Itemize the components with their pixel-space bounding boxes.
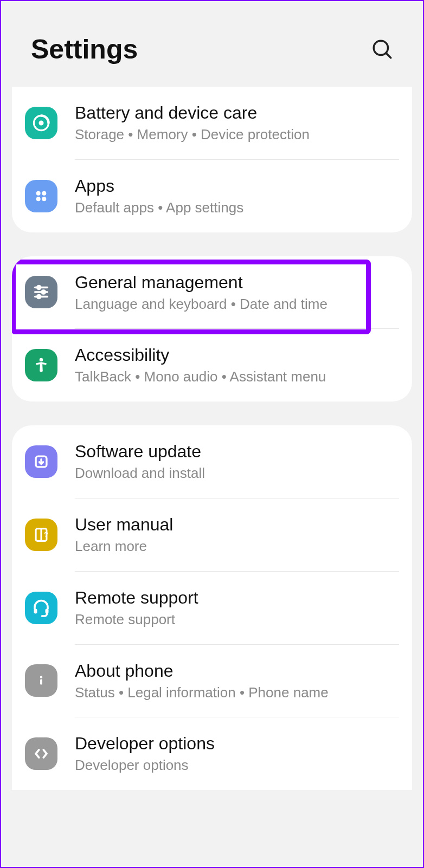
item-text: User manual Learn more bbox=[75, 514, 399, 556]
item-subtitle: Default apps • App settings bbox=[75, 199, 399, 217]
item-text: Accessibility TalkBack • Mono audio • As… bbox=[75, 344, 399, 386]
item-title: Apps bbox=[75, 175, 399, 197]
item-subtitle: Download and install bbox=[75, 464, 399, 483]
svg-rect-23 bbox=[40, 679, 42, 685]
settings-item-about-phone[interactable]: About phone Status • Legal information •… bbox=[12, 645, 412, 717]
svg-point-6 bbox=[36, 197, 41, 201]
svg-point-7 bbox=[42, 197, 46, 201]
svg-point-5 bbox=[42, 191, 46, 195]
page-title: Settings bbox=[31, 34, 138, 65]
item-title: Battery and device care bbox=[75, 102, 399, 124]
item-text: Developer options Developer options bbox=[75, 733, 399, 775]
item-text: Software update Download and install bbox=[75, 441, 399, 483]
settings-group: Battery and device care Storage • Memory… bbox=[12, 87, 412, 232]
svg-point-14 bbox=[40, 358, 43, 362]
settings-group: Software update Download and install ? U… bbox=[12, 425, 412, 790]
svg-text:?: ? bbox=[44, 530, 48, 539]
settings-group: General management Language and keyboard… bbox=[12, 256, 412, 402]
item-subtitle: TalkBack • Mono audio • Assistant menu bbox=[75, 368, 399, 386]
svg-rect-19 bbox=[34, 608, 37, 613]
item-title: Developer options bbox=[75, 733, 399, 754]
item-text: Apps Default apps • App settings bbox=[75, 175, 399, 217]
item-title: Remote support bbox=[75, 587, 399, 608]
search-icon bbox=[371, 38, 394, 61]
item-subtitle: Storage • Memory • Device protection bbox=[75, 126, 399, 144]
apps-icon bbox=[25, 180, 57, 212]
search-button[interactable] bbox=[369, 36, 396, 63]
care-icon bbox=[25, 107, 57, 139]
accessibility-icon bbox=[25, 349, 57, 381]
item-title: About phone bbox=[75, 660, 399, 682]
item-subtitle: Learn more bbox=[75, 537, 399, 556]
svg-point-13 bbox=[37, 295, 41, 299]
item-title: User manual bbox=[75, 514, 399, 535]
update-icon bbox=[25, 445, 57, 478]
item-text: About phone Status • Legal information •… bbox=[75, 660, 399, 702]
settings-item-apps[interactable]: Apps Default apps • App settings bbox=[12, 160, 412, 232]
manual-icon: ? bbox=[25, 519, 57, 551]
settings-item-accessibility[interactable]: Accessibility TalkBack • Mono audio • As… bbox=[12, 329, 412, 401]
svg-point-3 bbox=[39, 120, 44, 125]
item-text: General management Language and keyboard… bbox=[75, 271, 399, 314]
item-subtitle: Status • Legal information • Phone name bbox=[75, 684, 399, 702]
svg-point-9 bbox=[37, 286, 41, 289]
item-subtitle: Remote support bbox=[75, 611, 399, 629]
code-icon bbox=[25, 737, 57, 770]
item-subtitle: Developer options bbox=[75, 756, 399, 775]
item-text: Remote support Remote support bbox=[75, 587, 399, 629]
headset-icon bbox=[25, 592, 57, 624]
settings-item-general-management[interactable]: General management Language and keyboard… bbox=[12, 256, 412, 329]
item-title: Software update bbox=[75, 441, 399, 462]
sliders-icon bbox=[25, 276, 57, 308]
item-title: General management bbox=[75, 271, 399, 293]
settings-item-developer-options[interactable]: Developer options Developer options bbox=[12, 717, 412, 790]
item-text: Battery and device care Storage • Memory… bbox=[75, 102, 399, 144]
svg-point-11 bbox=[42, 290, 45, 294]
settings-item-remote-support[interactable]: Remote support Remote support bbox=[12, 572, 412, 644]
header: Settings bbox=[1, 1, 423, 87]
settings-item-battery-device-care[interactable]: Battery and device care Storage • Memory… bbox=[12, 87, 412, 159]
settings-item-software-update[interactable]: Software update Download and install bbox=[12, 425, 412, 498]
item-title: Accessibility bbox=[75, 344, 399, 366]
item-subtitle: Language and keyboard • Date and time bbox=[75, 295, 399, 314]
svg-point-22 bbox=[40, 676, 43, 679]
info-icon bbox=[25, 664, 57, 697]
svg-point-4 bbox=[36, 191, 41, 195]
svg-line-1 bbox=[386, 53, 391, 58]
settings-item-user-manual[interactable]: ? User manual Learn more bbox=[12, 498, 412, 571]
